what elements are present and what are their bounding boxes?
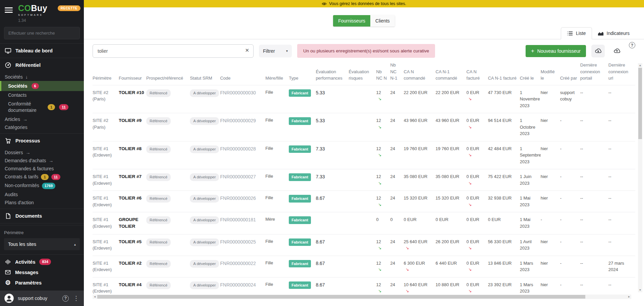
trend-down-icon: ↘ <box>378 96 388 101</box>
sidebar-item-parametres[interactable]: ⚙ Paramètres <box>0 277 84 288</box>
sidebar-item-messages[interactable]: Messages <box>0 267 84 277</box>
sidebar-item-plans-action[interactable]: Plans d'action <box>0 199 84 207</box>
suppliers-table: PérimètreFournisseurProspect/référencéSt… <box>93 62 635 299</box>
scroll-right-icon[interactable]: ► <box>627 295 631 299</box>
column-header[interactable]: Dernière connexion portail <box>580 62 608 85</box>
vertical-scrollbar[interactable]: ▲ ▼ <box>638 63 642 292</box>
cell-cree_le: 1 Mai 2023 <box>520 212 541 234</box>
sidebar-group-societes[interactable]: Sociétés ↓ <box>0 73 84 81</box>
table-row[interactable]: SITE #2 (Paris)TOLIER #10RéférencéA déve… <box>93 85 635 113</box>
avatar[interactable] <box>4 293 14 303</box>
sidebar-item-categories[interactable]: Catégories <box>0 123 84 131</box>
cell-statut: A développer <box>190 113 220 141</box>
cell-derniere_portail: -- <box>580 212 608 234</box>
sidebar-item-audits[interactable]: Audits <box>0 190 84 199</box>
cell-ca_n_facture: 0 EUR↘ <box>467 169 488 191</box>
sidebar-item-dashboard[interactable]: Tableau de bord <box>0 43 84 58</box>
plus-icon: + <box>531 49 534 53</box>
cell-ca_n_facture: 0 EUR↘ <box>467 113 488 141</box>
status-pill: Référencé <box>146 173 171 181</box>
cell-cree_par: - <box>560 212 580 234</box>
help-icon[interactable]: ? <box>629 42 635 48</box>
table-row[interactable]: SITE #1 (Erdeven)TOLIER #7RéférencéA dév… <box>93 169 635 191</box>
sidebar-item-label: Messages <box>15 270 38 275</box>
cell-derniere_portail: -- <box>580 141 608 169</box>
import-button[interactable] <box>591 45 605 57</box>
menu-icon[interactable] <box>5 7 13 14</box>
cell-eval_perf: 7.33 <box>316 169 348 191</box>
sidebar-item-processus[interactable]: Processus <box>0 133 84 148</box>
sidebar-item-articles[interactable]: Articles → <box>0 115 84 123</box>
column-header[interactable]: Mère/fille <box>265 62 289 85</box>
table-row[interactable]: SITE #1 (Erdeven)TOLIER #6RéférencéA dév… <box>93 191 635 212</box>
column-header[interactable]: CA N-1 facturé <box>488 62 520 85</box>
cell-prospect: Référencé <box>146 113 190 141</box>
column-header[interactable]: Créé par <box>560 62 580 85</box>
scroll-left-icon[interactable]: ◄ <box>93 295 97 299</box>
column-header[interactable]: Prospect/référencé <box>146 62 190 85</box>
sidebar-item-non-conformites[interactable]: Non-conformités 1769 <box>0 181 84 190</box>
column-header[interactable]: Type <box>289 62 316 85</box>
clear-search-icon[interactable]: ✕ <box>245 47 249 53</box>
column-header[interactable]: Fournisseur <box>119 62 146 85</box>
sidebar-item-dossiers[interactable]: Dossiers → <box>0 148 84 157</box>
app-root: COBuy SOFTWARE 1.34 RECETTE Tableau de b… <box>0 0 644 306</box>
vertical-scrollbar-thumb[interactable] <box>638 68 642 139</box>
more-menu-icon[interactable]: ⋮ <box>72 295 80 302</box>
export-button[interactable] <box>610 45 624 57</box>
scroll-up-icon[interactable]: ▲ <box>638 63 642 68</box>
sidebar-item-societes[interactable]: Sociétés 6 <box>0 81 84 91</box>
cell-mere_fille: Fille <box>265 191 289 212</box>
column-header[interactable]: Modifié le <box>541 62 560 85</box>
table-row[interactable]: SITE #2 (Paris)TOLIER #9RéférencéA dével… <box>93 113 635 141</box>
cell-eval_risques <box>348 113 376 141</box>
arrow-right-icon: → <box>25 150 30 155</box>
cell-type: Fabricant <box>289 113 316 141</box>
filter-label: Filtrer <box>263 48 275 54</box>
sidebar-item-conformite-documentaire[interactable]: Conformité documentaire 1 11 <box>0 99 84 115</box>
sidebar-group-referentiel: Sociétés ↓ Sociétés 6 Contacts Conformit… <box>0 72 84 133</box>
cell-perimetre: SITE #2 (Paris) <box>93 85 119 113</box>
cell-statut: A développer <box>190 191 220 212</box>
column-header[interactable]: Périmètre <box>93 62 119 85</box>
table-row[interactable]: SITE #1 (Erdeven)TOLIER #2RéférencéA dév… <box>93 256 635 277</box>
sidebar-item-contacts[interactable]: Contacts <box>0 91 84 99</box>
sidebar-item-referentiel[interactable]: Référentiel <box>0 58 84 72</box>
sidebar-item-commandes-factures[interactable]: Commandes & factures <box>0 165 84 173</box>
sidebar-item-activites[interactable]: Activités 834 <box>0 257 84 267</box>
table-row[interactable]: SITE #1 (Erdeven)TOLIER #5RéférencéA dév… <box>93 234 635 256</box>
column-header[interactable]: CA N facturé <box>467 62 488 85</box>
column-header[interactable]: Dernière connexion url <box>608 62 635 85</box>
cell-statut: A développer <box>190 85 220 113</box>
filter-dropdown[interactable]: Filtrer ▾ <box>259 45 292 57</box>
column-header[interactable]: Nb NC N <box>376 62 390 85</box>
sidebar-item-contrats-tarifs[interactable]: Contrats & tarifs 1 11 <box>0 173 84 181</box>
fournisseurs-toggle-button[interactable]: Fournisseurs <box>333 15 370 27</box>
column-header[interactable]: Nb NC N-1 <box>390 62 404 85</box>
sidebar-search-input[interactable] <box>4 27 80 39</box>
column-header[interactable]: Créé le <box>520 62 541 85</box>
tab-indicateurs[interactable]: Indicateurs <box>592 27 635 39</box>
cell-ca_n_facture: 0 EUR <box>467 212 488 234</box>
table-row[interactable]: SITE #1 (Erdeven)GROUPE TOLIERRéférencéA… <box>93 212 635 234</box>
sidebar-item-documents[interactable]: Documents <box>0 209 84 223</box>
horizontal-scrollbar-thumb[interactable] <box>97 295 585 299</box>
table-row[interactable]: SITE #1 (Erdeven)TOLIER #8RéférencéA dév… <box>93 141 635 169</box>
table-search-input[interactable] <box>93 44 254 58</box>
new-supplier-button[interactable]: + Nouveau fournisseur <box>526 45 586 57</box>
help-icon[interactable]: ? <box>62 295 69 302</box>
horizontal-scrollbar[interactable]: ◄ ► <box>93 295 631 299</box>
column-header[interactable]: Code <box>220 62 265 85</box>
tab-liste[interactable]: Liste <box>561 27 592 39</box>
column-header[interactable]: CA N-1 commandé <box>436 62 467 85</box>
scroll-down-icon[interactable]: ▼ <box>638 288 642 292</box>
site-select[interactable]: Tous les sites ▴ <box>4 238 80 250</box>
column-header[interactable]: Évaluation risques <box>348 62 376 85</box>
column-header[interactable]: Statut SRM <box>190 62 220 85</box>
sidebar-item-label: Articles <box>5 117 20 122</box>
column-header[interactable]: CA N commandé <box>404 62 436 85</box>
clients-toggle-button[interactable]: Clients <box>370 15 395 27</box>
cell-nb_nc_n: 12↘ <box>376 234 390 256</box>
column-header[interactable]: Évaluation performances <box>316 62 348 85</box>
sidebar-item-demandes-achats[interactable]: Demandes d'achats → <box>0 157 84 165</box>
